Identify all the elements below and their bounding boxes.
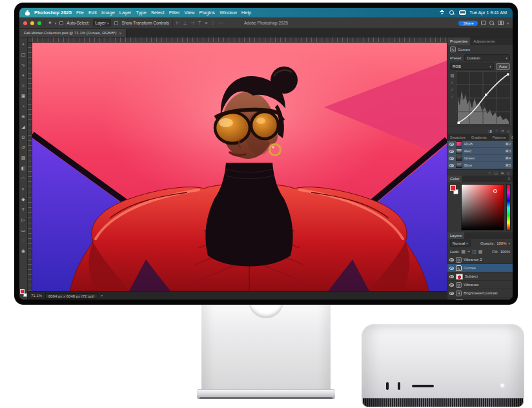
align-left-icon[interactable]: ⊢: [176, 21, 180, 26]
visibility-eye-icon[interactable]: [449, 164, 454, 167]
align-right-icon[interactable]: ⊣: [190, 21, 194, 26]
zoom-level[interactable]: 71.1%: [31, 294, 42, 298]
tool-type[interactable]: T: [22, 205, 25, 215]
visibility-eye-icon[interactable]: [449, 283, 454, 287]
foreground-color-swatch[interactable]: [450, 185, 456, 191]
lock-pixels-icon[interactable]: ◫: [472, 249, 476, 254]
menu-window[interactable]: Window: [220, 10, 237, 15]
share-button[interactable]: Share: [458, 21, 478, 26]
menu-image[interactable]: Image: [101, 10, 115, 15]
color-picker-ring[interactable]: [493, 189, 497, 193]
channel-row-blue[interactable]: Blue ⌘5: [447, 162, 513, 169]
channel-row-red[interactable]: Red ⌘3: [447, 148, 513, 155]
visibility-icon[interactable]: ○: [495, 128, 498, 132]
visibility-eye-icon[interactable]: [449, 157, 454, 160]
search-icon[interactable]: [489, 21, 495, 26]
auto-select-target-dropdown[interactable]: Layer ▾: [93, 19, 112, 26]
color-swatches[interactable]: [20, 289, 27, 297]
tool-frame[interactable]: ▣: [21, 91, 26, 101]
tab-properties[interactable]: Properties: [447, 37, 470, 45]
tool-pen[interactable]: ◆: [21, 194, 25, 205]
tool-healing-brush[interactable]: ⊕: [21, 112, 25, 122]
distribute-vertical-icon[interactable]: ⋮: [210, 21, 215, 26]
tool-object-selection[interactable]: ⌖: [22, 70, 25, 81]
saturation-square[interactable]: [461, 184, 504, 230]
distribute-icon[interactable]: ≡: [205, 21, 207, 25]
auto-select-checkbox[interactable]: [59, 21, 63, 25]
tool-history-brush[interactable]: ↺: [21, 143, 25, 153]
channel-row-rgb[interactable]: RGB ⌘2: [447, 141, 513, 148]
tool-dodge[interactable]: ◐: [22, 184, 25, 194]
menu-file[interactable]: File: [76, 10, 84, 15]
vertical-ruler[interactable]: [28, 43, 32, 291]
tool-lasso[interactable]: ∿: [21, 60, 25, 70]
more-options-icon[interactable]: ⋯: [218, 21, 223, 26]
menu-select[interactable]: Select: [151, 10, 165, 15]
layer-row-brightness-contrast[interactable]: ◑ Brightness/Contrast: [447, 289, 513, 298]
visibility-eye-icon[interactable]: [449, 292, 454, 295]
auto-button[interactable]: Auto: [496, 63, 510, 70]
tool-crop[interactable]: ⌗: [22, 81, 25, 91]
menu-plugins[interactable]: Plugins: [200, 10, 216, 15]
canvas-artwork[interactable]: [32, 43, 447, 291]
layer-row-vibrance-2[interactable]: ▽ Vibrance 2: [447, 256, 513, 264]
save-selection-icon[interactable]: ▢: [494, 170, 498, 175]
fill-value[interactable]: 100%: [500, 250, 510, 254]
tool-move[interactable]: +: [22, 39, 25, 50]
gray-point-eyedropper-icon[interactable]: ∕: [452, 88, 453, 92]
menu-filter[interactable]: Filter: [169, 10, 180, 15]
align-center-icon[interactable]: ⊥: [183, 21, 187, 26]
tool-zoom[interactable]: ◉: [21, 246, 25, 256]
layer-row-background[interactable]: Background: [447, 298, 513, 300]
layer-row-curves[interactable]: ∿ Curves: [447, 264, 513, 272]
lock-transparency-icon[interactable]: ▦: [461, 249, 466, 254]
hue-slider[interactable]: [506, 184, 511, 230]
document-info[interactable]: 8064 px x 6048 px (72 ppi): [45, 293, 97, 299]
tool-hand[interactable]: ◌: [22, 236, 25, 246]
black-point-eyedropper-icon[interactable]: ∕: [452, 81, 453, 85]
comment-icon[interactable]: [481, 21, 486, 25]
spotlight-icon[interactable]: [449, 10, 455, 15]
tool-eyedropper[interactable]: ◔: [22, 101, 25, 112]
tool-eraser[interactable]: ▨: [21, 153, 26, 163]
document-tab[interactable]: Fall-Winter-Collection.psd @ 71.1% (Curv…: [19, 29, 127, 37]
zoom-window-button[interactable]: [37, 21, 41, 25]
menu-layer[interactable]: Layer: [119, 10, 132, 15]
menu-help[interactable]: Help: [241, 10, 251, 15]
tab-patterns[interactable]: Patterns: [490, 134, 508, 141]
blend-mode-dropdown[interactable]: Normal ▾: [450, 240, 471, 247]
tool-brush[interactable]: ◢: [21, 122, 25, 132]
tool-blur[interactable]: ◠: [21, 174, 25, 184]
visibility-eye-icon[interactable]: [449, 267, 454, 270]
tab-adjustments[interactable]: Adjustments: [471, 37, 497, 45]
horizontal-ruler[interactable]: [28, 37, 447, 43]
opacity-value[interactable]: 100%: [496, 241, 506, 245]
control-center-icon[interactable]: [459, 10, 465, 15]
new-channel-icon[interactable]: ⊞: [501, 170, 504, 175]
tab-channels[interactable]: Channels: [509, 134, 513, 141]
visibility-eye-icon[interactable]: [449, 150, 454, 153]
wifi-icon[interactable]: [439, 10, 445, 15]
preset-dropdown[interactable]: Custom ▾: [464, 54, 510, 61]
menu-view[interactable]: View: [184, 10, 194, 15]
curve-grid[interactable]: [456, 71, 511, 125]
move-tool-icon[interactable]: +: [48, 20, 52, 26]
close-tab-icon[interactable]: ×: [119, 31, 121, 36]
tab-color[interactable]: Color: [447, 176, 462, 182]
menu-edit[interactable]: Edit: [88, 10, 97, 15]
layer-row-subject[interactable]: Subject: [447, 272, 513, 281]
lock-all-icon[interactable]: ▩: [478, 249, 483, 254]
delete-channel-icon[interactable]: ▯: [507, 170, 509, 175]
clip-to-layer-icon[interactable]: ◨: [488, 128, 492, 133]
load-selection-icon[interactable]: ○: [488, 171, 491, 175]
tool-marquee[interactable]: ▢: [21, 50, 26, 60]
white-point-eyedropper-icon[interactable]: ∕: [452, 95, 453, 99]
visibility-eye-icon[interactable]: [449, 258, 454, 261]
close-window-button[interactable]: [23, 21, 27, 25]
align-top-icon[interactable]: ⊤: [198, 21, 201, 26]
tool-path-selection[interactable]: ▷: [21, 215, 25, 225]
tool-shape[interactable]: ▭: [21, 225, 26, 236]
visibility-eye-icon[interactable]: [449, 143, 454, 146]
foreground-color-swatch[interactable]: [20, 289, 25, 294]
apple-menu-icon[interactable]: [25, 10, 30, 15]
